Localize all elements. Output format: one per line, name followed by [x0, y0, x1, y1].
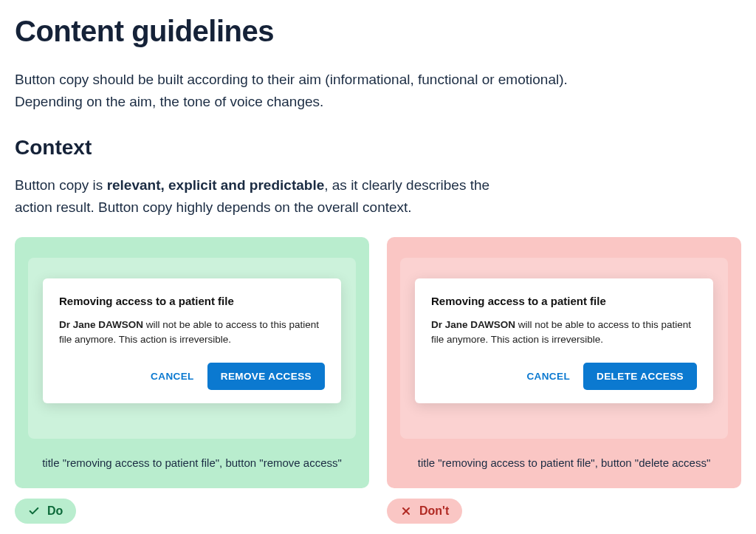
dialog-body: Dr Jane DAWSON will not be able to acces… — [59, 318, 325, 349]
do-guidance: Use the same words to refer to the same … — [15, 531, 369, 534]
do-badge: Do — [15, 499, 76, 524]
do-example: Removing access to a patient file Dr Jan… — [15, 237, 369, 534]
dont-inner-frame: Removing access to a patient file Dr Jan… — [400, 258, 728, 439]
dialog-title: Removing access to a patient file — [59, 295, 325, 307]
check-icon — [28, 505, 40, 517]
dont-guidance: Using different words for the same actio… — [387, 531, 741, 534]
remove-access-button[interactable]: REMOVE ACCESS — [207, 363, 325, 390]
dont-caption: title "removing access to patient file",… — [400, 452, 728, 473]
dialog-body: Dr Jane DAWSON will not be able to acces… — [431, 318, 697, 349]
context-paragraph: Button copy is relevant, explicit and pr… — [15, 174, 517, 219]
dialog-actions: CANCEL REMOVE ACCESS — [59, 363, 325, 390]
intro-paragraph: Button copy should be built according to… — [15, 69, 576, 114]
do-badge-label: Do — [47, 504, 63, 518]
close-icon — [400, 505, 412, 517]
page-title: Content guidelines — [15, 15, 741, 48]
dialog-body-bold: Dr Jane DAWSON — [59, 319, 143, 330]
do-dialog: Removing access to a patient file Dr Jan… — [43, 278, 341, 404]
delete-access-button[interactable]: DELETE ACCESS — [583, 363, 697, 390]
context-bold: relevant, explicit and predictable — [107, 177, 325, 193]
do-example-box: Removing access to a patient file Dr Jan… — [15, 237, 369, 489]
dialog-body-bold: Dr Jane DAWSON — [431, 319, 515, 330]
context-heading: Context — [15, 136, 741, 160]
examples-row: Removing access to a patient file Dr Jan… — [15, 237, 741, 534]
dont-example-box: Removing access to a patient file Dr Jan… — [387, 237, 741, 489]
dont-example: Removing access to a patient file Dr Jan… — [387, 237, 741, 534]
dialog-actions: CANCEL DELETE ACCESS — [431, 363, 697, 390]
dont-dialog: Removing access to a patient file Dr Jan… — [415, 278, 713, 404]
do-caption: title "removing access to patient file",… — [28, 452, 356, 473]
dont-badge: Don't — [387, 499, 462, 524]
cancel-button[interactable]: CANCEL — [526, 371, 570, 382]
context-pre: Button copy is — [15, 177, 107, 193]
dialog-title: Removing access to a patient file — [431, 295, 697, 307]
cancel-button[interactable]: CANCEL — [151, 371, 194, 382]
dont-badge-label: Don't — [419, 504, 449, 518]
do-inner-frame: Removing access to a patient file Dr Jan… — [28, 258, 356, 439]
